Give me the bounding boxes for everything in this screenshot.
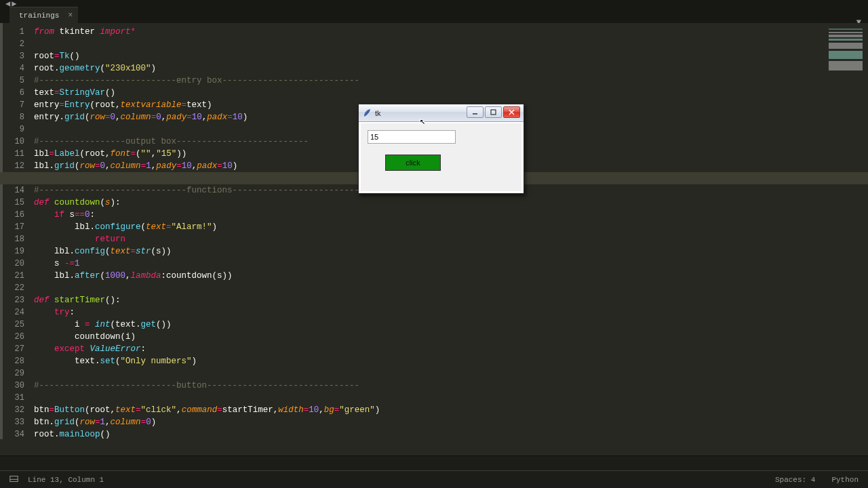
tk-feather-icon [363,108,372,117]
toolbar-stripe: ◀ ▶ [0,0,868,7]
line-number: 15 [0,197,24,209]
tk-title: tk [375,109,381,117]
line-number: 26 [0,331,24,343]
line-number: 14 [0,184,24,197]
line-number: 10 [0,136,24,148]
line-number: 22 [0,282,24,294]
line-number: 16 [0,209,24,221]
svg-rect-4 [10,476,18,481]
line-number: 20 [0,258,24,270]
line-number: 18 [0,233,24,245]
line-number: 19 [0,245,24,258]
line-number: 21 [0,270,24,282]
tk-titlebar[interactable]: tk [359,104,524,122]
line-number-gutter: 1234567891011121314151617181920212223242… [0,23,34,439]
cursor-position: Line 13, Column 1 [28,476,104,484]
line-number: 12 [0,160,24,172]
tk-window: tk click [358,104,524,194]
line-number: 25 [0,319,24,331]
line-number: 7 [0,99,24,111]
line-number: 9 [0,123,24,136]
tab-trainings[interactable]: trainings × [9,7,78,23]
line-number: 1 [0,26,24,38]
code-area[interactable]: from tkinter import* root=Tk() root.geom… [34,23,868,439]
line-number: 31 [0,392,24,404]
line-number: 27 [0,343,24,355]
line-number: 8 [0,111,24,123]
tab-bar: trainings × [0,7,868,23]
tk-click-button[interactable]: click [385,155,441,171]
line-number: 33 [0,416,24,428]
line-number: 2 [0,38,24,50]
line-number: 17 [0,221,24,233]
maximize-button[interactable] [485,106,502,118]
status-bar: Line 13, Column 1 Spaces: 4 Python [0,470,868,488]
line-number: 4 [0,62,24,75]
tk-entry-field[interactable] [368,130,456,144]
editor[interactable]: 1234567891011121314151617181920212223242… [0,23,868,439]
close-button[interactable] [503,106,520,118]
line-number: 3 [0,50,24,62]
line-number: 11 [0,148,24,160]
console-bar[interactable] [0,455,868,470]
line-number: 29 [0,367,24,380]
line-number: 28 [0,355,24,367]
panel-icon[interactable] [9,474,18,485]
minimize-button[interactable] [467,106,484,118]
line-number: 32 [0,404,24,416]
close-icon[interactable]: × [68,11,73,20]
line-number: 5 [0,75,24,87]
tk-body: click [359,122,524,193]
tab-label: trainings [19,12,59,20]
line-number: 23 [0,294,24,306]
line-number: 24 [0,306,24,319]
svg-rect-1 [491,110,496,115]
minimap[interactable] [829,28,863,76]
fold-column [0,23,3,439]
indent-setting[interactable]: Spaces: 4 [775,476,815,484]
line-number: 30 [0,380,24,392]
syntax-mode[interactable]: Python [831,476,859,484]
line-number: 34 [0,428,24,441]
line-number: 6 [0,87,24,99]
